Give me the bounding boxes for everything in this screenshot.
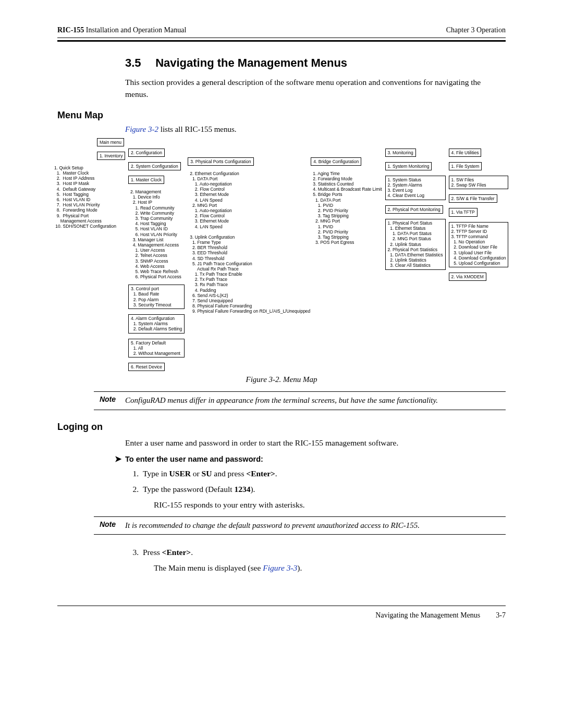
header-left: RIC-155 Installation and Operation Manua… bbox=[57, 26, 186, 34]
tree-factory: 5. Factory Default 1. All 2. Without Man… bbox=[128, 339, 185, 358]
note-text-2: It is recommended to change the default … bbox=[125, 520, 420, 532]
tree-sysmon-items: 1. System Status 2. System Alarms 3. Eve… bbox=[385, 176, 446, 200]
tree-filesys: 1. File System bbox=[449, 162, 482, 170]
tree-bridge: 4. Bridge Configuration bbox=[311, 157, 361, 166]
tree-filesys-items: 1. SW Files 2. Swap SW Files bbox=[449, 176, 509, 189]
login-heading: Loging on bbox=[57, 422, 506, 433]
tree-viaxmodem: 2. Via XMODEM bbox=[449, 273, 486, 281]
figure-reference-line: Figure 3-2 lists all RIC-155 menus. bbox=[125, 125, 506, 134]
tree-alarmconf: 4. Alarm Configuration 1. System Alarms … bbox=[128, 314, 185, 334]
tree-management: 2. Management 1. Device Info 2. Host IP … bbox=[128, 189, 185, 279]
section-heading: 3.5 Navigating the Management Menus bbox=[125, 56, 506, 70]
procedure-title-row: ➤ To enter the user name and password: bbox=[115, 455, 506, 463]
page-footer: Navigating the Management Menus 3-7 bbox=[57, 606, 506, 620]
note-label-1: Note bbox=[94, 395, 116, 406]
section-title: Navigating the Management Menus bbox=[155, 56, 347, 69]
note-label-2: Note bbox=[94, 520, 116, 532]
step-1: Type in USER or SU and press <Enter>. bbox=[141, 467, 506, 480]
tree-root: Main menu bbox=[97, 138, 124, 146]
figure-ref-rest: lists all RIC-155 menus. bbox=[158, 125, 237, 133]
figure-caption: Figure 3-2. Menu Map bbox=[57, 375, 506, 384]
manual-title: Installation and Operation Manual bbox=[86, 26, 186, 34]
step-2: Type the password (Default 1234). bbox=[141, 483, 506, 496]
figure-ref-link[interactable]: Figure 3-2 bbox=[125, 125, 158, 133]
tree-physports: 3. Physical Ports Configuration bbox=[188, 157, 253, 166]
step-3-sub: The Main menu is displayed (see Figure 3… bbox=[154, 562, 506, 574]
tree-configuration: 2. Configuration bbox=[128, 149, 165, 157]
footer-title: Navigating the Management Menus bbox=[375, 611, 480, 620]
section-intro: This section provides a general descript… bbox=[125, 76, 506, 101]
tree-ppmon-items: 1. Physical Port Status 1. Ethernet Stat… bbox=[385, 219, 446, 270]
tree-sysconf: 2. System Configuration bbox=[128, 162, 181, 170]
arrow-icon: ➤ bbox=[115, 455, 125, 463]
product-name: RIC-155 bbox=[57, 26, 84, 34]
procedure-steps: Type in USER or SU and press <Enter>. Ty… bbox=[141, 467, 506, 496]
tree-monitoring: 3. Monitoring bbox=[385, 149, 416, 157]
step-2-sub: RIC-155 responds to your entry with aste… bbox=[154, 499, 506, 511]
tree-viatftp-items: 1. TFTP File Name 2. TFTP Server ID 3. T… bbox=[449, 222, 509, 268]
page-header: RIC-155 Installation and Operation Manua… bbox=[57, 26, 506, 34]
procedure-steps-cont: Press <Enter>. bbox=[141, 546, 506, 559]
step-3: Press <Enter>. bbox=[141, 546, 506, 559]
tree-ethernet: 2. Ethernet Configuration 1. DATA Port 1… bbox=[188, 171, 308, 229]
tree-sysmon: 1. System Monitoring bbox=[385, 162, 432, 170]
login-para: Enter a user name and password in order … bbox=[125, 437, 506, 449]
tree-swfile: 2. S/W & File Transfer bbox=[449, 194, 497, 203]
procedure-title: To enter the user name and password: bbox=[125, 455, 263, 463]
tree-masterclock: 1. Master Clock bbox=[128, 176, 164, 184]
footer-page: 3-7 bbox=[496, 611, 506, 620]
header-rule bbox=[57, 38, 506, 42]
tree-inventory: 1. Inventory bbox=[97, 152, 125, 160]
header-chapter: Chapter 3 Operation bbox=[446, 26, 506, 34]
note-text-1: ConfiguRAD menus differ in appearance fr… bbox=[125, 395, 438, 406]
note-block-1: Note ConfiguRAD menus differ in appearan… bbox=[94, 391, 506, 410]
tree-inventory-items: 1. Quick Setup 1. Master Clock 2. Host I… bbox=[52, 165, 125, 229]
tree-reset: 6. Reset Device bbox=[128, 363, 165, 371]
figure-3-3-link[interactable]: Figure 3-3 bbox=[263, 563, 297, 572]
menu-map-heading: Menu Map bbox=[57, 110, 506, 121]
tree-bridge-items: 1. Aging Time 2. Forwarding Mode 3. Stat… bbox=[311, 171, 382, 245]
tree-uplink: 3. Uplink Configuration 1. Frame Type 2.… bbox=[188, 235, 308, 314]
note-block-2: Note It is recommended to change the def… bbox=[94, 516, 506, 535]
section-number: 3.5 bbox=[125, 56, 152, 70]
tree-controlport: 3. Control port 1. Baud Rate 2. Pop Alar… bbox=[128, 285, 185, 309]
menu-map-figure: Main menu 1. Inventory 1. Quick Setup 1.… bbox=[57, 138, 506, 372]
tree-viatftp: 1. Via TFTP bbox=[449, 208, 478, 216]
tree-fileutil: 4. File Utilities bbox=[449, 149, 482, 157]
tree-ppmon: 2. Physical Port Monitoring bbox=[385, 205, 443, 214]
